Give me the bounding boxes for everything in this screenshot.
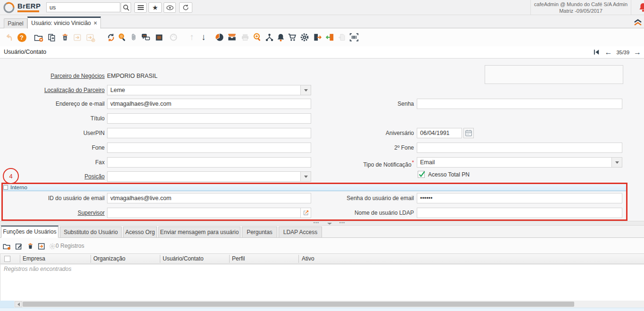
column-empresa[interactable]: Empresa [23,254,45,264]
triangle-left-icon [17,303,20,306]
search-button[interactable] [121,2,131,13]
door-exit-icon[interactable] [312,32,323,43]
tab-enviar-mensagem[interactable]: Enviar mensagem para usuário [158,227,240,238]
main-toolbar: ? ↑ ↓ [0,28,644,46]
fax-input[interactable] [107,157,311,168]
localizacao-parceiro-input[interactable] [107,85,300,95]
tipo-notificacao-combo[interactable] [417,157,622,168]
preferences-icon[interactable] [299,32,310,43]
notifications-icon[interactable] [275,32,286,43]
senha-input[interactable] [417,99,622,109]
column-ativo[interactable]: Ativo [302,254,314,264]
email-input[interactable] [107,99,311,109]
tab-usuario[interactable]: Usuário: vinicio Vinicião × [27,17,101,29]
attachment-icon[interactable] [128,32,140,43]
delete-record-icon[interactable] [59,32,71,43]
column-perfil[interactable]: Perfil [232,254,245,264]
tab-acesso-org[interactable]: Acesso Org [123,227,157,238]
aniversario-label: Aniversário [310,128,414,138]
email-id-input[interactable] [107,193,311,203]
localizacao-parceiro-combo[interactable] [107,85,311,95]
posicao-dropdown-button[interactable] [300,171,311,182]
collapse-group-icon[interactable] [3,185,8,190]
scrollbar-thumb[interactable] [23,302,574,307]
fone-input[interactable] [107,143,311,153]
email-id-label: ID do usuário de email [1,193,105,203]
favorites-button[interactable]: ★ [149,2,162,13]
ldap-username-input[interactable] [417,208,622,218]
close-tab-icon[interactable]: × [94,18,97,28]
chevron-down-icon [304,176,308,178]
interno-group-header[interactable]: Interno [1,184,627,191]
posicao-combo[interactable] [107,171,311,182]
posicao-input[interactable] [107,171,300,182]
help-icon[interactable]: ? [16,32,27,43]
scrollbar-corner [0,301,14,308]
new-row-icon[interactable] [2,242,11,251]
tab-funcoes-usuarios[interactable]: Funções de Usuários [1,226,58,238]
supervisor-field[interactable] [107,208,311,218]
window-title-bar: Usuário/Contato ← 35/39 → [0,46,644,59]
notification-bell-icon[interactable] [638,2,644,12]
notificacao-dropdown-button[interactable] [611,157,622,168]
acesso-total-checkbox[interactable] [418,171,425,178]
tipo-notificacao-input[interactable] [417,157,611,168]
edit-row-icon[interactable] [14,242,23,251]
parent-record-icon: ↑ [186,32,198,43]
tab-perguntas[interactable]: Perguntas [242,227,277,238]
detail-record-icon[interactable]: ↓ [198,32,209,43]
bottom-edge-strip [0,308,644,311]
fax-label: Fax [1,157,105,168]
first-record-icon[interactable] [593,49,600,56]
fone2-input[interactable] [417,143,622,153]
new-record-icon[interactable] [33,32,44,43]
tab-ldap-access[interactable]: LDAP Access [279,227,322,238]
archive-icon[interactable] [226,32,238,43]
column-usuario-contato[interactable]: Usuário/Contato [163,254,204,264]
collapse-header-icon[interactable] [633,18,643,26]
global-search-input[interactable] [46,2,120,12]
horizontal-scrollbar[interactable] [0,301,644,308]
tab-substituto-usuario[interactable]: Substituto do Usuário [60,227,122,238]
splitter-grip[interactable]: ••• [339,222,346,225]
supervisor-input[interactable] [107,208,300,218]
comments-textarea[interactable] [485,65,623,84]
zoom-across-icon[interactable] [252,32,263,43]
report-icon[interactable] [153,32,165,43]
request-icon[interactable] [287,32,298,43]
watch-button[interactable] [164,2,176,13]
door-import-icon[interactable] [324,32,336,43]
save-row-icon[interactable] [37,242,46,251]
copy-record-icon[interactable] [46,32,57,43]
email-password-input[interactable] [417,193,622,203]
splitter-grip[interactable]: ••• [313,222,320,225]
aniversario-input[interactable] [417,128,462,138]
chart-icon[interactable] [214,32,225,43]
barcode-icon[interactable] [348,32,360,43]
next-record-icon[interactable]: → [634,49,641,56]
requery-icon[interactable] [105,32,116,43]
supervisor-record-button[interactable] [300,208,311,218]
tab-painel[interactable]: Painel [4,18,27,29]
calendar-button[interactable] [463,128,474,138]
userpin-input[interactable] [107,128,311,138]
scroll-left-button[interactable] [15,301,22,307]
page-title: Usuário/Contato [4,46,46,58]
localizacao-dropdown-button[interactable] [300,85,311,95]
workflow-icon[interactable] [264,32,275,43]
user-session-info[interactable]: cafeAdmin @ Mundo do Café S/A Admin Matr… [530,0,631,15]
menu-button[interactable] [134,2,147,13]
tipo-notificacao-label: Tipo de Notificação* [310,157,414,170]
record-position: 35/39 [616,50,629,55]
panel-splitter[interactable]: ••• ••• [0,221,644,226]
select-all-checkbox[interactable] [4,256,10,262]
find-icon[interactable] [116,32,128,43]
titulo-input[interactable] [107,113,311,124]
search-icon [122,4,130,12]
chat-icon[interactable] [140,32,151,43]
delete-row-icon[interactable] [26,242,35,251]
history-button[interactable] [179,2,192,13]
column-organizacao[interactable]: Organização [93,254,125,264]
previous-record-icon[interactable]: ← [604,49,612,56]
splitter-collapse-icon[interactable] [327,223,332,225]
